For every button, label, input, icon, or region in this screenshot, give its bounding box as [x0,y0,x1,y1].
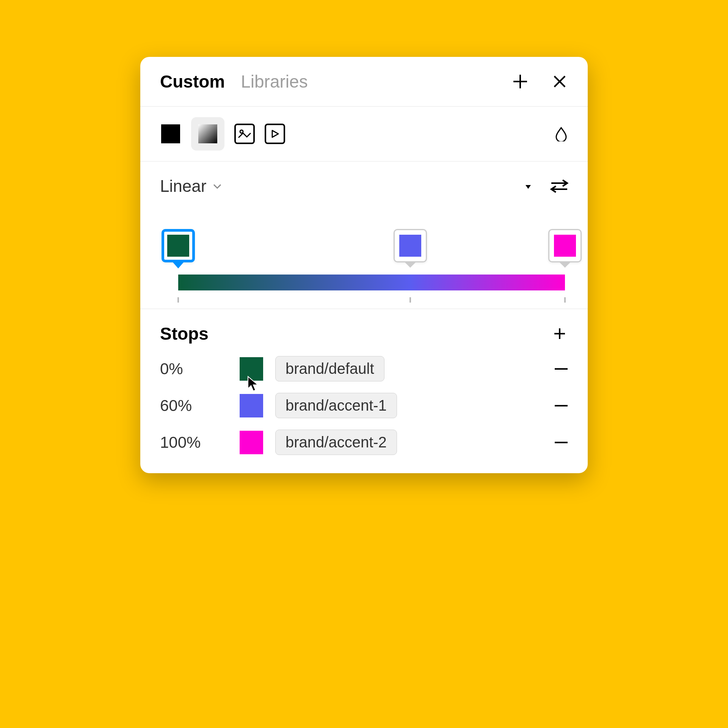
stop-marker-box [394,229,427,262]
tab-libraries[interactable]: Libraries [241,71,308,92]
tick-row [178,297,565,303]
stop-marker-pointer [405,262,416,268]
solid-swatch-icon [161,124,180,143]
remove-stop-icon[interactable] [553,397,570,414]
svg-marker-6 [526,185,531,189]
gradient-stop-marker-0[interactable] [162,229,195,268]
gradient-stop-marker-2[interactable] [548,229,582,268]
close-icon[interactable] [550,72,570,91]
panel-header: Custom Libraries [140,57,588,107]
gradient-type-actions [524,179,570,194]
stop-percent[interactable]: 0% [160,360,240,378]
tick-mark [564,297,566,303]
gradient-type-row: Linear [140,162,588,206]
svg-point-4 [240,130,243,133]
stop-color-swatch[interactable] [240,431,263,454]
stop-token-chip[interactable]: brand/default [275,356,384,381]
stops-header: Stops [160,323,570,344]
stop-row-2: 100% brand/accent-2 [160,430,570,455]
stop-percent[interactable]: 100% [160,433,240,452]
fill-solid-button[interactable] [160,123,181,144]
stop-percent[interactable]: 60% [160,397,240,415]
chevron-down-icon [212,181,222,191]
flip-icon[interactable] [549,179,570,194]
tick-mark [410,297,411,303]
remove-stop-icon[interactable] [553,361,570,377]
fill-image-button[interactable] [234,124,255,144]
remove-stop-icon[interactable] [553,434,570,451]
stop-token-chip[interactable]: brand/accent-1 [275,393,397,418]
stops-section: Stops 0% brand/default 60% brand/accent-… [140,309,588,473]
fill-type-group [160,117,285,151]
stops-title: Stops [160,323,209,344]
svg-marker-5 [272,130,278,137]
gradient-track[interactable] [178,275,565,290]
stop-color-swatch[interactable] [240,394,263,417]
tick-mark [177,297,179,303]
stop-marker-color [167,235,189,257]
gradient-swatch-icon [198,124,217,143]
stop-marker-pointer [173,262,184,268]
stop-color-swatch[interactable] [240,357,263,381]
gradient-slider[interactable] [163,229,565,293]
gradient-slider-area [140,206,588,309]
stop-marker-color [399,235,421,257]
stop-marker-box [548,229,582,262]
color-picker-panel: Custom Libraries [140,57,588,473]
add-icon[interactable] [510,72,530,91]
stop-row-1: 60% brand/accent-1 [160,393,570,418]
header-actions [510,72,570,91]
tab-custom[interactable]: Custom [160,71,225,92]
stop-marker-pointer [560,262,570,268]
stop-marker-color [554,235,576,257]
stop-marker-box [162,229,195,262]
rotate-icon[interactable] [524,182,532,190]
fill-gradient-button[interactable] [191,117,224,151]
gradient-stop-marker-1[interactable] [394,229,427,268]
fill-type-row [140,107,588,162]
stop-token-chip[interactable]: brand/accent-2 [275,430,397,455]
fill-video-button[interactable] [265,124,285,144]
add-stop-icon[interactable] [550,324,570,344]
stop-row-0: 0% brand/default [160,356,570,381]
gradient-type-label: Linear [160,177,206,196]
blend-mode-icon[interactable] [553,126,570,142]
gradient-type-select[interactable]: Linear [160,177,222,196]
